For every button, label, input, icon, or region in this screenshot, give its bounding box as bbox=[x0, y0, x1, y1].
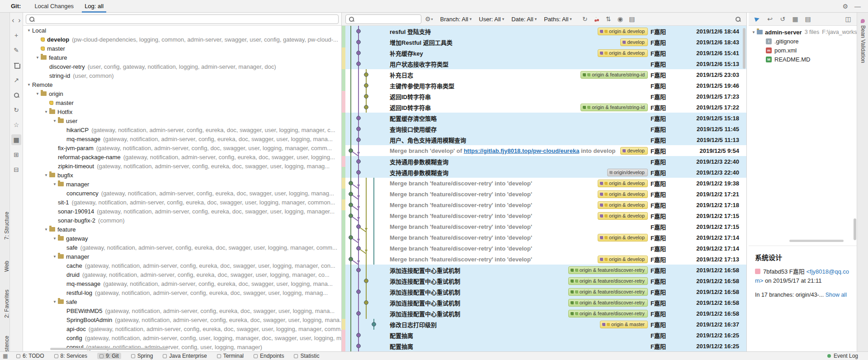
branch-label-chip[interactable]: origin & feature/discover-retry bbox=[568, 277, 648, 285]
cherry-pick-icon[interactable] bbox=[592, 14, 602, 24]
branch-label-chip[interactable]: origin & feature/string-id bbox=[580, 71, 648, 79]
scrollbar-thumb[interactable] bbox=[789, 240, 844, 242]
new-branch-icon[interactable]: + bbox=[11, 30, 21, 41]
commit-row[interactable]: resful 登陆支持origin & developF嘉阳2019/12/6 … bbox=[342, 26, 746, 37]
commit-row[interactable]: 补充日志origin & feature/string-idF嘉阳2019/12… bbox=[342, 69, 746, 80]
commit-row[interactable]: 返回ID转字符串F嘉阳2019/12/5 17:23 bbox=[342, 91, 746, 102]
branch-label-chip[interactable]: origin & develop bbox=[598, 190, 648, 198]
branch-item[interactable]: mq-message(gateway, notification, admin-… bbox=[23, 134, 341, 143]
log-search-input[interactable] bbox=[357, 16, 427, 22]
collapse-all-icon[interactable]: ⊟ bbox=[11, 164, 21, 175]
commit-url-link[interactable]: https://gitlab.fjy8018.top/pw-cloud/eure… bbox=[464, 147, 580, 154]
commit-row[interactable]: Merge branch 'feature/discover-retry' in… bbox=[342, 189, 746, 199]
preview-diff-icon[interactable]: ▤ bbox=[803, 14, 813, 24]
file-item[interactable]: mpom.xml bbox=[749, 46, 857, 55]
user-filter[interactable]: User: All▾ bbox=[479, 16, 504, 23]
toolwindow-tab-7-structure[interactable]: 7: Structure bbox=[0, 201, 10, 251]
commit-row[interactable]: 支持通用参数模糊查询F嘉阳2019/12/3 22:40 bbox=[342, 156, 746, 167]
event-log-button[interactable]: Event Log bbox=[827, 353, 868, 359]
branch-item[interactable]: sit-1(gateway, notification, admin-serve… bbox=[23, 198, 341, 207]
branch-item[interactable]: consul(gateway, notification, admin-serv… bbox=[23, 342, 341, 351]
branch-label-chip[interactable]: origin & develop bbox=[598, 201, 648, 209]
file-item[interactable]: i.gitignore bbox=[749, 37, 857, 46]
branch-label-chip[interactable]: origin & feature/discover-retry bbox=[568, 310, 648, 317]
branch-item[interactable]: sonar-190914(gateway, notification, admi… bbox=[23, 207, 341, 216]
commit-row[interactable]: 补充缓存keyorigin & developF嘉阳2019/12/6 15:4… bbox=[342, 47, 746, 58]
commit-row[interactable]: Merge branch 'feature/discover-retry' in… bbox=[342, 210, 746, 221]
expand-arrow-icon[interactable]: ▼ bbox=[52, 182, 58, 186]
branch-item[interactable]: ▼Remote bbox=[23, 80, 341, 89]
delete-icon[interactable] bbox=[11, 60, 21, 71]
commit-row[interactable]: 添加连接配置中心重试机制origin & feature/discover-re… bbox=[342, 297, 746, 308]
branch-filter[interactable]: Branch: All▾ bbox=[440, 16, 472, 23]
branch-item[interactable]: SpringBootAdmin(gateway, notification, a… bbox=[23, 315, 341, 324]
statusbar-6-todo[interactable]: 6: TODO bbox=[16, 353, 44, 359]
toolwindow-tab-2-favorites[interactable]: 2: Favorites bbox=[0, 281, 10, 327]
group-by-icon[interactable]: ▦ bbox=[11, 134, 21, 145]
presentation-icon[interactable]: ▤ bbox=[627, 14, 637, 24]
rollback-icon[interactable]: ↩ bbox=[765, 14, 775, 24]
branch-item[interactable]: string-id(user, common) bbox=[23, 71, 341, 80]
commit-row[interactable]: Merge branch 'feature/discover-retry' in… bbox=[342, 232, 746, 243]
find-commit-icon[interactable] bbox=[733, 14, 743, 24]
expand-arrow-icon[interactable]: ▼ bbox=[52, 119, 58, 123]
file-root-row[interactable]: ▼ admin-server 3 files F:\java_worksp... bbox=[749, 28, 857, 37]
branch-item[interactable]: config(gateway, notification, admin-serv… bbox=[23, 333, 341, 342]
branch-item[interactable]: ▼manager bbox=[23, 180, 341, 189]
branch-item[interactable]: ▼feature bbox=[23, 225, 341, 234]
branch-label-chip[interactable]: origin & master bbox=[600, 321, 648, 328]
statusbar-spring[interactable]: Spring bbox=[131, 353, 153, 359]
toolwindow-tab-web[interactable]: Web bbox=[0, 257, 10, 276]
commit-row[interactable]: 配置抽离F嘉阳2019/12/2 16:25 bbox=[342, 341, 746, 351]
branch-label-chip[interactable]: origin & feature/discover-retry bbox=[568, 288, 648, 296]
back-icon[interactable]: ‹ bbox=[10, 15, 16, 26]
paths-filter[interactable]: Paths: All▾ bbox=[544, 16, 572, 23]
compare-icon[interactable]: ⇅ bbox=[604, 14, 613, 24]
commit-row[interactable]: 用户、角色支持通用模糊查询F嘉阳2019/12/5 11:13 bbox=[342, 134, 746, 145]
date-filter[interactable]: Date: All▾ bbox=[511, 16, 537, 23]
toolwindow-switcher-icon[interactable]: ▦ bbox=[3, 353, 9, 359]
expand-all-icon[interactable]: ⊞ bbox=[11, 149, 21, 160]
statusbar-8-services[interactable]: 8: Services bbox=[54, 353, 87, 359]
refresh-log-icon[interactable]: ↻ bbox=[580, 14, 590, 24]
push-icon[interactable]: ↗ bbox=[11, 75, 21, 85]
file-item[interactable]: MREADME.MD bbox=[749, 55, 857, 64]
history-icon[interactable]: ↺ bbox=[778, 14, 788, 24]
statusbar-statistic[interactable]: Statistic bbox=[294, 353, 319, 359]
forward-icon[interactable]: › bbox=[17, 15, 22, 26]
branch-label-chip[interactable]: origin & develop bbox=[598, 180, 648, 187]
branch-item[interactable]: safe(gateway, notification, admin-server… bbox=[23, 243, 341, 252]
branch-item[interactable]: fix-jvm-param(gateway, notification, adm… bbox=[23, 143, 341, 152]
branch-label-chip[interactable]: origin & develop bbox=[598, 256, 648, 263]
expand-arrow-icon[interactable]: ▼ bbox=[34, 56, 41, 60]
commit-row[interactable]: 配置缓存清空策略F嘉阳2019/12/5 15:18 bbox=[342, 113, 746, 123]
branch-item[interactable]: druid(gateway, notification, admin-serve… bbox=[23, 270, 341, 279]
commit-row[interactable]: 主键传参使用字符串类型F嘉阳2019/12/5 19:46 bbox=[342, 80, 746, 91]
find-icon[interactable] bbox=[11, 90, 21, 100]
branch-item[interactable]: cache(gateway, notification, admin-serve… bbox=[23, 261, 341, 270]
branch-item[interactable]: ▼gateway bbox=[23, 234, 341, 243]
commit-row[interactable]: 查询接口使用缓存F嘉阳2019/12/5 11:45 bbox=[342, 123, 746, 134]
commit-row[interactable]: 用户状态接收字符类型F嘉阳2019/12/6 15:13 bbox=[342, 58, 746, 69]
branch-label-chip[interactable]: origin & develop bbox=[598, 49, 648, 57]
commit-row[interactable]: 配置抽离F嘉阳2019/12/2 16:25 bbox=[342, 330, 746, 341]
branches-search-input[interactable] bbox=[38, 16, 335, 22]
branch-label-chip[interactable]: origin & feature/discover-retry bbox=[568, 266, 648, 274]
branch-label-chip[interactable]: origin & develop bbox=[598, 234, 648, 242]
expand-arrow-icon[interactable]: ▼ bbox=[26, 83, 32, 87]
branch-item[interactable]: ▼Hotfix bbox=[23, 107, 341, 116]
branch-label-chip[interactable]: develop bbox=[620, 147, 648, 155]
statusbar-terminal[interactable]: Terminal bbox=[217, 353, 244, 359]
branch-item[interactable]: ▼origin bbox=[23, 89, 341, 98]
branch-item[interactable]: develop(pw-cloud-dependencies, logging, … bbox=[23, 35, 341, 44]
branch-item[interactable]: restful-log(gateway, notification, admin… bbox=[23, 288, 341, 297]
eye-icon[interactable]: ◉ bbox=[615, 14, 625, 24]
commit-row[interactable]: 增加Restful 返回工具类developF嘉阳2019/12/6 18:43 bbox=[342, 37, 746, 47]
scroll-to-source-icon[interactable] bbox=[752, 14, 762, 24]
commit-row[interactable]: 返回ID转字符串origin & feature/string-idF嘉阳201… bbox=[342, 102, 746, 113]
branch-item[interactable]: ▼Local bbox=[23, 26, 341, 35]
hide-toolwindow-icon[interactable]: — bbox=[854, 3, 861, 10]
branch-item[interactable]: reformat-package-name(gateway, notificat… bbox=[23, 152, 341, 161]
statusbar-9-git[interactable]: 9: Git bbox=[97, 353, 121, 359]
branch-item[interactable]: ▼manager bbox=[23, 252, 341, 261]
